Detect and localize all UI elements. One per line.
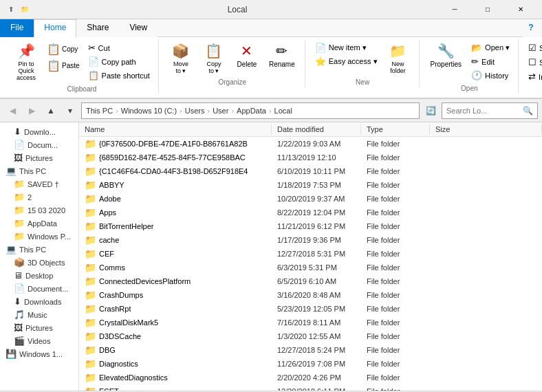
tab-file[interactable]: File — [0, 19, 34, 37]
select-all-icon: ☑ — [528, 43, 536, 53]
select-all-button[interactable]: ☑ Select all — [525, 41, 542, 54]
search-bar[interactable]: 🔍 — [442, 102, 538, 119]
history-button[interactable]: 🕐 History — [468, 69, 512, 82]
file-name-cell: 📁 Adobe — [79, 193, 272, 205]
help-button[interactable]: ? — [523, 19, 539, 36]
sidebar-item-documents2[interactable]: 📄 Document... — [0, 282, 78, 295]
paste-button[interactable]: 📋 Paste — [44, 58, 83, 74]
column-date[interactable]: Date modified — [272, 124, 361, 135]
table-row[interactable]: 📁 DBG 12/27/2018 5:24 PM File folder — [79, 343, 542, 357]
sidebar-item-downloads2[interactable]: ⬇ Downloads — [0, 295, 78, 308]
table-row[interactable]: 📁 ElevatedDiagnostics 2/20/2020 4:26 PM … — [79, 371, 542, 384]
sidebar-item-this-pc-2[interactable]: 💻 This PC — [0, 243, 78, 256]
table-row[interactable]: 📁 CEF 12/27/2018 5:31 PM File folder — [79, 247, 542, 261]
tab-share[interactable]: Share — [76, 19, 119, 37]
sidebar-item-this-pc[interactable]: 💻 This PC — [0, 164, 78, 177]
address-user[interactable]: User — [213, 107, 228, 115]
back-button[interactable]: ◀ — [4, 102, 21, 119]
folder-icon: 📁 — [85, 303, 96, 314]
forward-button[interactable]: ▶ — [23, 102, 40, 119]
table-row[interactable]: 📁 ESET 12/29/2018 6:11 PM File folder — [79, 384, 542, 391]
recent-button[interactable]: ▾ — [62, 102, 78, 119]
table-row[interactable]: 📁 Adobe 10/20/2019 9:37 AM File folder — [79, 192, 542, 206]
open-button[interactable]: 📂 Open ▾ — [468, 41, 512, 54]
column-type[interactable]: Type — [361, 124, 430, 135]
move-to-button[interactable]: 📦 Moveto ▾ — [166, 41, 196, 76]
sidebar-item-videos[interactable]: 🎬 Videos — [0, 334, 78, 347]
tab-view[interactable]: View — [119, 19, 158, 37]
address-users[interactable]: Users — [185, 107, 205, 115]
sidebar-item-15032020[interactable]: 📁 15 03 2020 — [0, 204, 78, 217]
sidebar-item-downloads[interactable]: ⬇ Downlo... — [0, 125, 78, 138]
tab-home[interactable]: Home — [34, 19, 76, 38]
cut-button[interactable]: ✂ Cut — [85, 41, 153, 54]
maximize-button[interactable]: □ — [472, 0, 503, 19]
table-row[interactable]: 📁 CrystalDiskMark5 7/16/2019 8:11 AM Fil… — [79, 316, 542, 329]
address-local[interactable]: Local — [274, 107, 292, 115]
table-row[interactable]: 📁 CrashRpt 5/23/2019 12:05 PM File folde… — [79, 302, 542, 316]
paste-shortcut-button[interactable]: 📋 Paste shortcut — [85, 69, 153, 82]
table-row[interactable]: 📁 ConnectedDevicesPlatform 6/5/2019 6:10… — [79, 274, 542, 288]
address-windows[interactable]: Windows 10 (C:) — [121, 107, 177, 115]
file-size-cell — [430, 377, 542, 378]
sidebar-item-windows1[interactable]: 💾 Windows 1... — [0, 347, 78, 360]
this-pc2-icon: 💻 — [6, 244, 17, 254]
new-folder-button[interactable]: 📁 Newfolder — [383, 41, 413, 76]
sidebar-item-2[interactable]: 📁 2 — [0, 190, 78, 204]
properties-button[interactable]: 🔧 Properties — [426, 41, 466, 69]
copy-button[interactable]: 📋 Copy — [44, 41, 83, 57]
sidebar-item-documents[interactable]: 📄 Docum... — [0, 138, 78, 151]
select-items: ☑ Select all ☐ Select none ⇄ Invert sele… — [525, 41, 542, 83]
sidebar-item-appdata[interactable]: 📁 AppData — [0, 217, 78, 230]
sidebar-saved-label: SAVED † — [28, 180, 59, 188]
copy-to-button[interactable]: 📋 Copyto ▾ — [199, 41, 229, 76]
table-row[interactable]: 📁 CrashDumps 3/16/2020 8:48 AM File fold… — [79, 288, 542, 302]
file-name-text: BitTorrentHelper — [99, 222, 153, 230]
file-list: 📁 {0F376500-DFBE-47DE-A1F0-B86761A82B 1/… — [79, 137, 542, 391]
select-none-button[interactable]: ☐ Select none — [525, 56, 542, 69]
file-name-cell: 📁 Apps — [79, 206, 272, 219]
easy-access-button[interactable]: ⭐ Easy access ▾ — [312, 55, 380, 68]
table-row[interactable]: 📁 {6859D162-847E-4525-84F5-77CE958BAC 11… — [79, 151, 542, 164]
sidebar-item-pictures[interactable]: 🖼 Pictures — [0, 151, 78, 164]
address-bar[interactable]: This PC › Windows 10 (C:) › Users › User… — [81, 102, 420, 119]
table-row[interactable]: 📁 Comms 6/3/2019 5:31 PM File folder — [79, 261, 542, 274]
copy-path-button[interactable]: 📄 Copy path — [85, 55, 153, 68]
address-this-pc[interactable]: This PC — [86, 107, 113, 115]
column-size[interactable]: Size — [430, 124, 542, 135]
address-appdata[interactable]: AppData — [237, 107, 266, 115]
sidebar-item-music[interactable]: 🎵 Music — [0, 308, 78, 321]
table-row[interactable]: 📁 {0F376500-DFBE-47DE-A1F0-B86761A82B 1/… — [79, 137, 542, 151]
up-button[interactable]: ▲ — [43, 102, 59, 119]
table-row[interactable]: 📁 cache 1/17/2019 9:36 PM File folder — [79, 233, 542, 247]
file-name-text: DBG — [99, 346, 116, 354]
column-name[interactable]: Name — [79, 124, 272, 135]
pin-to-quick-access-button[interactable]: 📌 Pin to Quickaccess — [11, 41, 41, 83]
edit-button[interactable]: ✏ Edit — [468, 55, 512, 68]
table-row[interactable]: 📁 ABBYY 1/18/2019 7:53 PM File folder — [79, 178, 542, 192]
new-item-button[interactable]: 📄 New item ▾ — [312, 41, 380, 54]
sidebar-item-desktop[interactable]: 🖥 Desktop — [0, 269, 78, 282]
invert-selection-button[interactable]: ⇄ Invert selection — [525, 70, 542, 83]
sidebar-2-label: 2 — [28, 193, 32, 202]
sidebar-item-3dobjects[interactable]: 📦 3D Objects — [0, 256, 78, 269]
table-row[interactable]: 📁 {C1C46F64-CDA0-44F3-B198-D652F918E4 6/… — [79, 164, 542, 178]
rename-button[interactable]: ✏ Rename — [265, 41, 299, 69]
file-size-cell — [430, 171, 542, 172]
sidebar-downloads2-label: Downloads — [24, 298, 61, 306]
table-row[interactable]: 📁 Apps 8/22/2019 12:04 PM File folder — [79, 206, 542, 219]
close-button[interactable]: ✕ — [505, 0, 536, 19]
table-row[interactable]: 📁 D3DSCache 1/3/2020 12:55 AM File folde… — [79, 329, 542, 343]
search-input[interactable] — [446, 107, 520, 115]
minimize-button[interactable]: ─ — [439, 0, 470, 19]
move-to-icon: 📦 — [172, 43, 189, 59]
table-row[interactable]: 📁 Diagnostics 11/26/2019 7:08 PM File fo… — [79, 357, 542, 371]
delete-button[interactable]: ✕ Delete — [232, 41, 262, 69]
edit-label: Edit — [481, 58, 495, 66]
sidebar-item-pictures2[interactable]: 🖼 Pictures — [0, 321, 78, 334]
sidebar-item-windows[interactable]: 📁 Windows P... — [0, 230, 78, 243]
file-type-cell: File folder — [361, 386, 430, 391]
sidebar-item-saved[interactable]: 📁 SAVED † — [0, 177, 78, 190]
refresh-button[interactable]: 🔄 — [422, 102, 439, 119]
table-row[interactable]: 📁 BitTorrentHelper 11/21/2019 6:12 PM Fi… — [79, 219, 542, 233]
